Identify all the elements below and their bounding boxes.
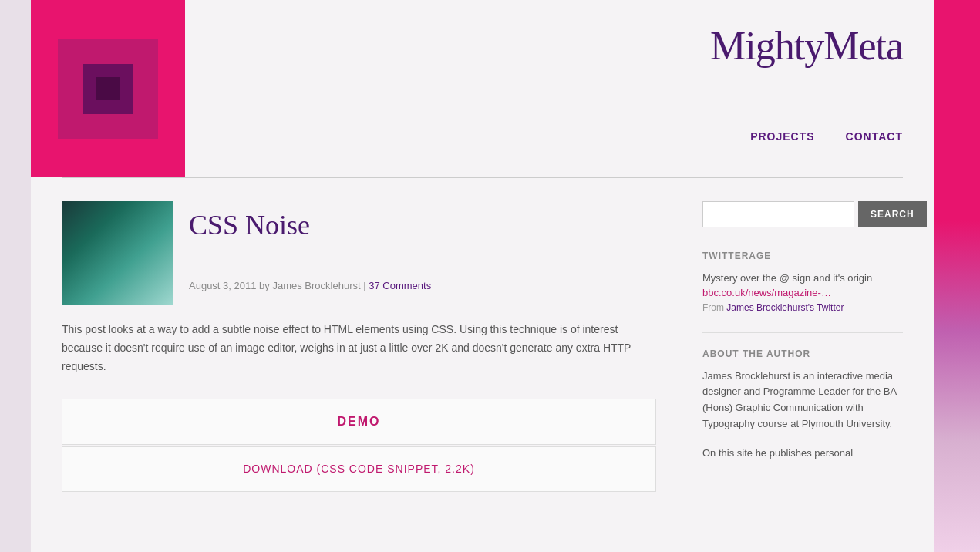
page-wrapper: MightyMeta PROJECTS CONTACT CSS Noise Au… [0,0,980,552]
post-author-link[interactable]: James Brocklehurst [272,280,360,291]
about-heading: ABOUT THE AUTHOR [702,348,903,359]
search-box: SEARCH [702,201,903,227]
twitter-text: Mystery over the @ sign and it's origin [702,271,903,286]
post-title-area: CSS Noise August 3, 2011 by James Brockl… [189,201,656,291]
download-box: DOWNLOAD (CSS CODE SNIPPET, 2.2K) [62,446,656,492]
search-input[interactable] [702,201,854,227]
site-title-area: MightyMeta PROJECTS CONTACT [185,0,934,143]
twitter-source: From James Brocklehurst's Twitter [702,302,903,313]
about-section: ABOUT THE AUTHOR James Brocklehurst is a… [702,348,903,462]
right-accent-bar [934,0,980,552]
nav-projects[interactable]: PROJECTS [750,130,814,143]
post-title: CSS Noise [189,209,656,241]
demo-link[interactable]: DEMO [338,415,381,428]
about-text-1: James Brocklehurst is an interactive med… [702,369,903,433]
twitter-link[interactable]: bbc.co.uk/news/magazine-… [702,287,831,298]
post-comments-link[interactable]: 37 Comments [369,280,431,291]
twitter-item: Mystery over the @ sign and it's origin … [702,271,903,313]
logo-m-inner [83,64,133,114]
post-date: August 3, 2011 [189,280,256,291]
post-thumbnail [62,201,173,305]
twitter-source-prefix: From [702,302,724,313]
main-content: CSS Noise August 3, 2011 by James Brockl… [62,201,656,492]
search-button[interactable]: SEARCH [858,201,927,227]
main-container: MightyMeta PROJECTS CONTACT CSS Noise Au… [31,0,934,552]
demo-box: DEMO [62,399,656,445]
nav-bar: PROJECTS CONTACT [750,130,903,143]
logo-m-small [96,77,120,100]
post-excerpt: This post looks at a way to add a subtle… [62,321,656,375]
twitterage-section: TWITTERAGE Mystery over the @ sign and i… [702,251,903,313]
twitter-source-link[interactable]: James Brocklehurst's Twitter [726,302,844,313]
header: MightyMeta PROJECTS CONTACT [31,0,934,177]
site-title: MightyMeta [710,23,903,69]
post-header: CSS Noise August 3, 2011 by James Brockl… [62,201,656,305]
nav-contact[interactable]: CONTACT [846,130,903,143]
download-link[interactable]: DOWNLOAD (CSS CODE SNIPPET, 2.2K) [243,463,475,475]
post-meta-by: by [259,280,272,291]
content-area: CSS Noise August 3, 2011 by James Brockl… [31,178,934,515]
post-meta: August 3, 2011 by James Brocklehurst | 3… [189,280,656,291]
sidebar-divider [702,332,903,333]
sidebar: SEARCH TWITTERAGE Mystery over the @ sig… [702,201,903,492]
about-text-2: On this site he publishes personal [702,446,903,462]
logo-block [31,0,185,177]
logo-m-outer [58,39,158,139]
twitterage-heading: TWITTERAGE [702,251,903,261]
